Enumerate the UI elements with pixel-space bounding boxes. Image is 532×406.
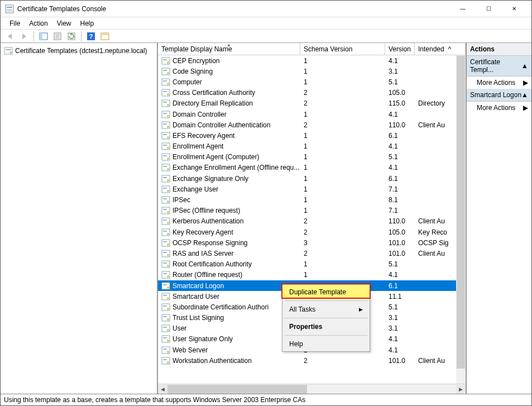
cert-icon [161,249,170,258]
svg-rect-78 [163,273,167,274]
hscroll-left[interactable]: ◀ [158,385,167,394]
cell-schema: 1 [300,111,385,118]
cell-version: 6.1 [385,282,415,290]
table-row[interactable]: IPSec (Offline request)17.1 [158,206,466,216]
cell-name: User Signature Only [172,335,233,343]
svg-point-82 [167,286,169,289]
col-header-schema[interactable]: Schema Version [300,43,385,55]
ctx-help[interactable]: Help [282,337,370,351]
table-row[interactable]: Enrollment Agent14.1 [158,141,466,152]
table-row[interactable]: Enrollment Agent (Computer)15.1 [158,152,466,163]
table-row[interactable]: Kerberos Authentication2110.0Client Au [158,216,466,227]
vscroll-thumb[interactable] [457,56,465,369]
cell-schema: 1 [300,68,385,75]
menu-action[interactable]: Action [25,18,52,28]
properties-button[interactable] [51,30,64,42]
collapse-arrow-icon: ▲ [521,91,528,99]
cell-schema: 1 [300,207,385,214]
table-row[interactable]: Exchange User17.1 [158,184,466,194]
svg-rect-24 [163,80,167,82]
table-row[interactable]: Workstation Authentication2101.0Client A… [158,355,466,366]
svg-rect-42 [163,145,167,146]
cert-icon [161,346,170,355]
table-row[interactable]: Router (Offline request)14.1 [158,270,466,280]
svg-rect-51 [163,177,167,178]
actions-more-1[interactable]: More Actions ▶ [467,77,531,89]
cell-version: 101.0 [385,357,415,365]
table-row[interactable]: OCSP Response Signing3101.0OCSP Sig [158,237,466,248]
vscrollbar[interactable] [456,55,466,384]
help-button[interactable]: ? [85,30,97,42]
cell-version: 4.1 [385,271,415,279]
col-header-intended[interactable]: Intended ^ [415,43,466,55]
maximize-button[interactable]: ☐ [476,1,501,17]
svg-point-94 [167,329,169,331]
cell-schema: 1 [300,185,385,193]
cell-schema: 2 [300,250,385,257]
svg-point-91 [167,318,169,321]
app-icon [5,4,14,13]
table-row[interactable]: Key Recovery Agent2105.0Key Reco [158,227,466,237]
cell-name: Domain Controller Authentication [172,121,270,129]
table-row[interactable]: IPSec18.1 [158,194,466,205]
table-row[interactable]: Cross Certification Authority2105.0 [158,88,466,98]
ctx-duplicate-template[interactable]: Duplicate Template [282,285,370,299]
col-header-name[interactable]: ▲Template Display Name [158,43,300,55]
back-button[interactable] [4,30,16,42]
table-row[interactable]: Root Certification Authority15.1 [158,259,466,270]
cert-icon [161,260,170,269]
cell-name: Key Recovery Agent [172,228,233,236]
svg-point-49 [167,168,169,170]
cert-icon [161,121,170,130]
table-row[interactable]: Exchange Enrollment Agent (Offline requ.… [158,163,466,173]
svg-rect-57 [163,198,167,199]
tree-root[interactable]: Certificate Templates (dctest1.neptune.l… [2,45,156,56]
cell-version: 4.1 [385,335,415,343]
table-row[interactable]: Code Signing13.1 [158,66,466,77]
cell-schema: 1 [300,271,385,279]
actions-section-smartcard[interactable]: Smartcard Logon ▲ [467,89,531,102]
forward-button[interactable] [18,30,30,42]
cert-icon [161,238,170,247]
hscroll-thumb[interactable] [167,385,307,394]
svg-point-100 [167,351,169,353]
table-row[interactable]: CEP Encryption14.1 [158,55,466,66]
table-row[interactable]: Domain Controller14.1 [158,109,466,120]
hscrollbar[interactable]: ◀ ▶ [158,384,466,394]
hscroll-right[interactable]: ▶ [456,385,466,394]
menu-view[interactable]: View [52,18,76,28]
svg-point-25 [167,83,169,85]
actions-section-templates[interactable]: Certificate Templ... ▲ [467,56,531,77]
menu-help[interactable]: Help [76,18,99,28]
close-button[interactable]: ✕ [501,1,527,17]
cell-schema: 1 [300,153,385,161]
table-row[interactable]: Domain Controller Authentication2110.0Cl… [158,120,466,130]
filter-button[interactable] [99,30,111,42]
refresh-button[interactable] [65,30,78,42]
svg-point-103 [167,361,169,364]
table-row[interactable]: Exchange Signature Only16.1 [158,173,466,184]
tree-root-label: Certificate Templates (dctest1.neptune.l… [15,47,147,55]
cell-version: 101.0 [385,239,415,247]
cert-icon [161,206,170,215]
minimize-button[interactable]: — [450,1,476,17]
show-hide-tree-button[interactable] [37,30,50,42]
svg-text:?: ? [89,33,93,40]
table-row[interactable]: RAS and IAS Server2101.0Client Au [158,248,466,259]
cell-name: Enrollment Agent (Computer) [172,153,259,161]
cell-name: Smartcard Logon [172,282,224,290]
menu-file[interactable]: File [5,18,25,28]
cell-name: Domain Controller [172,111,227,118]
svg-point-34 [167,115,169,117]
cell-intended: Client Au [415,357,454,365]
table-row[interactable]: Computer15.1 [158,77,466,87]
table-row[interactable]: EFS Recovery Agent16.1 [158,130,466,141]
col-header-version[interactable]: Version [385,43,415,55]
cert-template-icon [4,46,13,55]
svg-point-58 [167,200,169,203]
ctx-all-tasks[interactable]: All Tasks▶ [282,302,370,317]
ctx-properties[interactable]: Properties [282,319,370,334]
table-row[interactable]: Directory Email Replication2115.0Directo… [158,98,466,109]
actions-more-2[interactable]: More Actions ▶ [467,102,531,114]
svg-rect-15 [6,49,11,50]
